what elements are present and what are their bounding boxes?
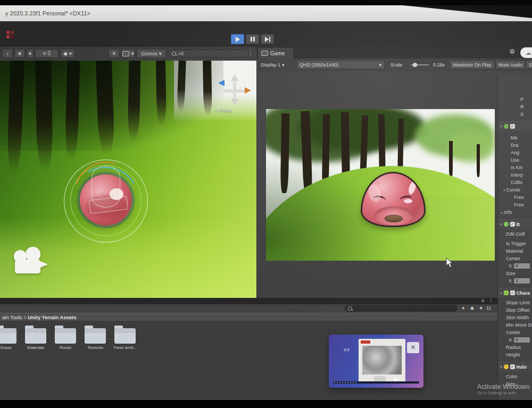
scene-viewport[interactable]: < Persp (0, 61, 256, 298)
transform-position-row[interactable]: P (498, 96, 532, 103)
folder-textures[interactable]: Textures (81, 325, 110, 350)
search-by-type-icon[interactable]: ● (462, 305, 464, 311)
scene-effects-button[interactable]: ★ (14, 49, 25, 58)
chevron-down-icon: ▾ (29, 51, 31, 56)
cloud-icon[interactable]: ☁ (520, 47, 532, 58)
scene-visibility-button[interactable]: ≡ 0 (35, 49, 59, 58)
cc-center-x-value[interactable]: 0 (514, 337, 530, 343)
size-x-field[interactable]: X 1 (498, 277, 532, 285)
display-label: Display 1 (261, 62, 280, 68)
constraints-foldout[interactable]: ▾ Constr (498, 186, 532, 194)
skin-width-row[interactable]: Skin Width (498, 314, 532, 321)
scale-value-text: 0.28x (433, 62, 445, 68)
drag-row[interactable]: Dra (498, 141, 532, 149)
folder-icon (0, 328, 16, 344)
halo-header[interactable]: ▾ ✓ Halo (498, 362, 532, 371)
layout-grid-icon[interactable] (6, 31, 14, 38)
mute-audio-button[interactable]: Mute Audio (495, 60, 526, 69)
search-by-label-icon[interactable]: ◆ (470, 305, 474, 311)
folder-materials[interactable]: Materials (21, 325, 50, 350)
folder-trees-ambient[interactable]: Trees Amb... (111, 325, 139, 350)
tree-foliage (447, 130, 495, 162)
slime-stomach-item (385, 215, 403, 222)
min-move-distance-row[interactable]: Min Move Dist (498, 321, 532, 329)
camera-gizmo-icon[interactable] (13, 246, 54, 276)
scene-tools-button[interactable]: ✕ (109, 49, 120, 58)
enabled-checkbox[interactable]: ✓ (510, 124, 515, 129)
enabled-checkbox[interactable]: ✓ (510, 290, 515, 295)
interpolate-row[interactable]: Interp (498, 171, 532, 179)
lock-icon[interactable]: a (481, 298, 484, 303)
resolution-label: QHD (2560x1440) (300, 62, 338, 68)
scene-camera-dropdown[interactable]: ▾ (121, 49, 135, 58)
folder-grass[interactable]: Grass (0, 325, 20, 350)
box-collider-header[interactable]: ▾ ✓ B (498, 219, 532, 229)
play-button[interactable] (231, 34, 244, 44)
is-kinematic-row[interactable]: Is Kin (498, 164, 532, 171)
project-top-strip: a ⋮ (0, 298, 497, 304)
display-dropdown[interactable]: Display 1▾ (258, 60, 287, 69)
video-overlay[interactable]: 3.9 ✕ (329, 335, 423, 388)
freeze-position-row[interactable]: Free (498, 194, 532, 201)
scene-search-input[interactable]: All (168, 49, 249, 57)
cc-center-x-field[interactable]: X 0 (498, 336, 532, 344)
resolution-dropdown[interactable]: QHD (2560x1440)▾ (296, 60, 385, 69)
step-offset-row[interactable]: Step Offset (498, 306, 532, 314)
step-button[interactable] (261, 34, 274, 44)
scene-menu-icon[interactable]: ⋮ (247, 50, 253, 56)
radius-row[interactable]: Radius (498, 344, 532, 351)
scene-effects-dropdown[interactable]: ▾ (27, 49, 34, 58)
collision-detection-row[interactable]: Collis (498, 179, 532, 186)
enabled-checkbox[interactable]: ✓ (510, 222, 515, 227)
step-icon (269, 37, 270, 42)
scene-gizmos-dropdown[interactable]: Gizmos▾ (137, 49, 166, 58)
transform-rotation-row[interactable]: R (498, 103, 532, 111)
favorites-icon[interactable]: ★ (479, 305, 483, 311)
folder-rocks[interactable]: Rocks (51, 325, 80, 350)
info-foldout[interactable]: ▸ Info (498, 209, 532, 216)
tools-icon: ✕ (112, 51, 116, 56)
height-row[interactable]: Height (498, 351, 532, 359)
character-controller-header[interactable]: ▾ ✓ Chara (498, 288, 532, 297)
scale-slider[interactable] (408, 60, 431, 69)
project-search-input[interactable] (345, 305, 458, 312)
enabled-checkbox[interactable]: ✓ (510, 364, 515, 369)
game-viewport[interactable] (257, 71, 532, 298)
pause-button[interactable] (246, 34, 259, 44)
center-x-field[interactable]: X 0 (498, 262, 532, 270)
use-gravity-row[interactable]: Use (498, 156, 532, 164)
breadcrumb[interactable]: ain Tools > Unity Terrain Assets (0, 313, 497, 321)
angular-drag-row[interactable]: Ang (498, 149, 532, 156)
project-menu-icon[interactable]: ⋮ (488, 298, 493, 303)
gear-icon[interactable]: ⚙ (509, 48, 515, 55)
transform-scale-row[interactable]: S (498, 111, 532, 118)
freeze-rotation-row[interactable]: Free (498, 201, 532, 209)
video-progress-bar[interactable] (333, 381, 419, 384)
breadcrumb-current[interactable]: Unity Terrain Assets (28, 314, 76, 320)
project-header: ● ◆ ★ 11 (0, 304, 497, 313)
mass-row[interactable]: Ma (498, 134, 532, 141)
scene-grid-dropdown[interactable]: ◆▾ (60, 49, 75, 58)
stats-button[interactable]: Stats (526, 60, 532, 69)
close-icon[interactable]: ✕ (407, 342, 419, 353)
material-row[interactable]: Material (498, 247, 532, 255)
tab-game[interactable]: Game (258, 48, 293, 59)
rigidbody-header[interactable]: ▾ ✓ (498, 121, 532, 131)
chevron-down-icon: ▾ (69, 51, 72, 56)
edit-collider-button[interactable]: Edit Colli (498, 230, 532, 238)
center-x-value[interactable]: 0 (514, 263, 530, 269)
orientation-gizmo[interactable] (217, 76, 252, 107)
slider-knob[interactable] (413, 63, 417, 67)
project-content[interactable]: Grass Materials Rocks Textures Trees Amb… (0, 321, 497, 400)
maximize-on-play-button[interactable]: Maximize On Play (450, 60, 495, 69)
persp-label[interactable]: < Persp (215, 107, 231, 113)
size-x-value[interactable]: 1 (514, 278, 530, 284)
project-panel: a ⋮ ● ◆ ★ 11 ain Tools > Unity Terrain A… (0, 298, 497, 400)
scene-audio-button[interactable]: ♪ (2, 49, 13, 58)
halo-color-row[interactable]: Color (498, 373, 532, 380)
mouse-cursor (446, 257, 454, 271)
is-trigger-row[interactable]: Is Trigger (498, 240, 532, 247)
breadcrumb-parent[interactable]: ain Tools (2, 314, 22, 320)
slope-limit-row[interactable]: Slope Limit (498, 299, 532, 306)
video-thumbnail-card[interactable] (359, 339, 405, 384)
